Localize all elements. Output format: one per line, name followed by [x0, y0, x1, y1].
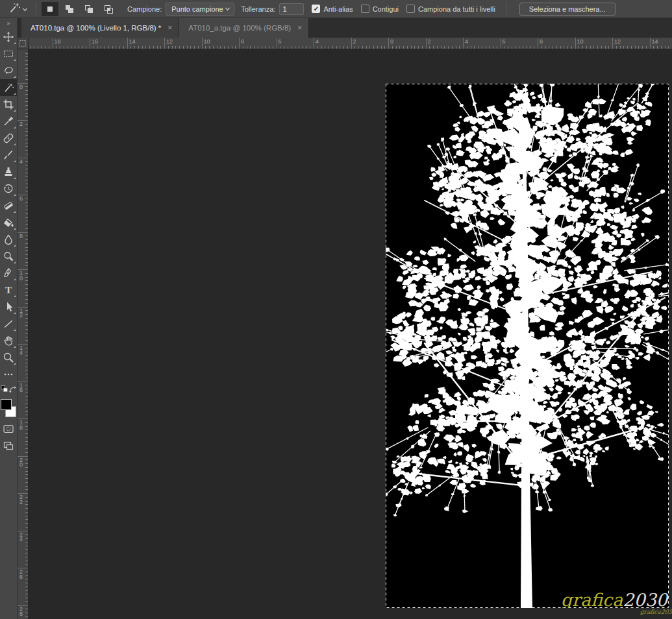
path-selection-tool-icon [3, 301, 14, 313]
ruler-tick [258, 46, 258, 49]
ruler-tick [642, 46, 643, 49]
intersect-with-selection-button[interactable] [100, 2, 117, 16]
spot-healing-brush-tool[interactable] [0, 130, 17, 147]
zoom-tool[interactable] [0, 349, 17, 366]
ruler-label: 2 [428, 38, 431, 45]
ruler-tick [25, 352, 28, 352]
ruler-tick [25, 512, 28, 513]
history-brush-tool-icon [3, 183, 14, 195]
ruler-tick [25, 154, 28, 154]
magic-wand-icon [8, 1, 21, 17]
ruler-tick [340, 46, 340, 49]
ruler-tick [187, 46, 188, 49]
ruler-tick [235, 46, 236, 49]
ruler-label: 2 6 [19, 570, 23, 579]
move-tool[interactable] [0, 29, 17, 45]
ruler-origin-corner[interactable] [18, 38, 29, 49]
ruler-label: 8 [540, 38, 543, 45]
rectangular-marquee-tool[interactable] [0, 45, 17, 62]
checkbox-campiona-da-tutti-i-livelli[interactable]: Campiona da tutti i livelli [406, 5, 495, 13]
vertical-ruler[interactable]: 024681 01 21 41 61 82 02 22 42 62 8 [18, 49, 29, 619]
close-icon[interactable]: × [168, 23, 172, 32]
type-tool[interactable]: T [0, 282, 17, 298]
dodge-tool[interactable] [0, 248, 17, 265]
collapse-toolbox-button[interactable]: » [0, 18, 17, 29]
pen-tool[interactable] [0, 265, 17, 282]
ruler-tick [25, 161, 28, 162]
ruler-label: 12 [614, 38, 621, 45]
default-colors-icon[interactable] [1, 384, 8, 396]
ruler-tick [25, 169, 28, 169]
ruler-tick [399, 46, 400, 49]
edit-toolbar[interactable] [0, 366, 17, 383]
history-brush-tool[interactable] [0, 180, 17, 197]
ruler-tick [25, 378, 28, 378]
eraser-tool-icon [3, 200, 14, 212]
horizontal-ruler[interactable]: 1816141210864202468101214 [29, 38, 672, 49]
checked-checkbox-icon[interactable]: ✓ [312, 5, 320, 13]
ruler-tick [25, 288, 28, 289]
ruler-tick [25, 396, 28, 397]
lasso-tool[interactable] [0, 62, 17, 79]
ruler-label: 1 0 [19, 271, 23, 281]
ruler-tick [25, 553, 28, 553]
unchecked-checkbox-icon[interactable] [361, 5, 369, 13]
brush-tool[interactable] [0, 147, 17, 164]
ruler-tick [441, 46, 442, 49]
spot-healing-brush-tool-icon [3, 132, 14, 144]
tool-preset-selector[interactable] [5, 1, 31, 17]
separator [506, 3, 506, 16]
ruler-tick [25, 519, 28, 520]
tolerance-input[interactable] [279, 3, 304, 15]
close-icon[interactable]: × [297, 23, 302, 32]
swap-colors-icon[interactable] [8, 384, 16, 396]
sample-dropdown[interactable]: Punto campione [166, 3, 234, 16]
select-and-mask-button[interactable]: Seleziona e maschera... [519, 3, 616, 16]
ruler-tick [145, 46, 146, 49]
unchecked-checkbox-icon[interactable] [406, 5, 415, 13]
hand-tool[interactable] [0, 332, 17, 349]
magic-wand-tool[interactable] [0, 79, 17, 96]
tab-title: AT010.tga @ 100% (Livello 1, RGB/8) * [31, 24, 161, 32]
new-selection-button[interactable] [42, 2, 58, 16]
ruler-tick [567, 46, 568, 49]
subtract-from-selection-button[interactable] [81, 2, 97, 16]
crop-tool[interactable] [0, 96, 17, 113]
ruler-tick [160, 46, 161, 49]
ruler-tick [448, 46, 449, 49]
ruler-tick [25, 482, 28, 483]
svg-text:T: T [5, 285, 12, 295]
blur-tool[interactable] [0, 231, 17, 248]
clone-stamp-tool[interactable] [0, 164, 17, 180]
checkbox-anti-alias[interactable]: ✓Anti-alias [312, 5, 353, 13]
paint-bucket-tool[interactable] [0, 214, 17, 231]
ruler-tick [530, 46, 531, 49]
ruler-tick [25, 310, 28, 311]
eyedropper-tool[interactable] [0, 113, 17, 130]
toolbox: » T [0, 18, 18, 619]
ruler-tick [183, 46, 184, 49]
ruler-tick [343, 46, 344, 49]
document-image[interactable]: grafica2030 [386, 84, 669, 608]
ruler-tick [172, 46, 173, 49]
canvas-area[interactable]: grafica2030 grafica2030 [29, 50, 672, 619]
checkbox-contigui[interactable]: Contigui [361, 5, 399, 13]
ruler-tick [75, 46, 75, 49]
ruler-tick [612, 38, 613, 49]
eraser-tool[interactable] [0, 197, 17, 214]
line-tool[interactable] [0, 315, 17, 332]
tab-document-1[interactable]: AT010.tga @ 100% (Livello 1, RGB/8) * × [21, 18, 179, 38]
ruler-tick [157, 46, 158, 49]
foreground-color-swatch[interactable] [1, 399, 12, 410]
screen-mode-button[interactable] [0, 437, 17, 454]
ruler-tick [277, 38, 277, 49]
ruler-tick [25, 538, 28, 539]
path-selection-tool[interactable] [0, 298, 17, 315]
tab-document-2[interactable]: AT010_a.tga @ 100% (RGB/8) × [179, 18, 309, 38]
quick-mask-button[interactable] [0, 420, 17, 437]
ruler-tick [25, 199, 28, 199]
ruler-tick [497, 46, 497, 49]
ruler-tick [131, 46, 131, 49]
ruler-tick [25, 542, 28, 542]
add-to-selection-button[interactable] [61, 2, 78, 16]
